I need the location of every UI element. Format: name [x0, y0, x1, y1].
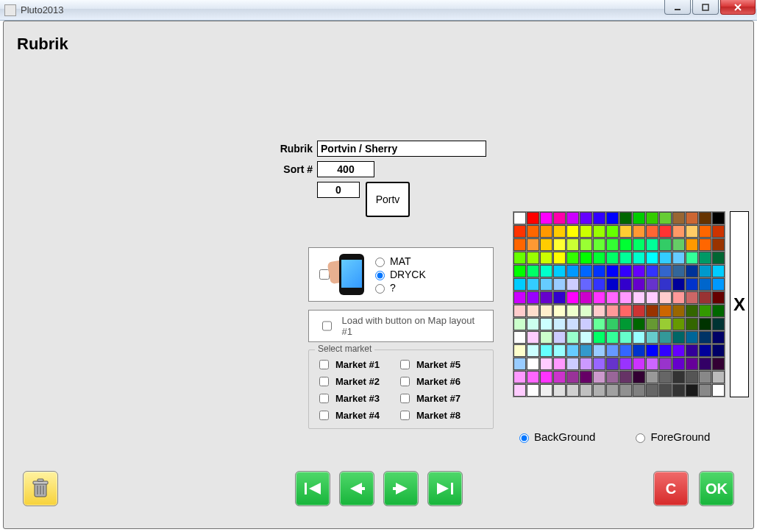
color-swatch[interactable]: [699, 265, 711, 277]
delete-button[interactable]: [23, 471, 58, 506]
color-swatch[interactable]: [580, 278, 592, 291]
color-swatch[interactable]: [619, 265, 632, 277]
color-swatch[interactable]: [646, 252, 658, 264]
market-7[interactable]: Market #7: [397, 391, 461, 405]
color-swatch[interactable]: [580, 318, 592, 330]
color-swatch[interactable]: [540, 212, 552, 224]
color-swatch[interactable]: [513, 305, 526, 317]
color-swatch[interactable]: [540, 331, 552, 344]
color-swatch[interactable]: [686, 291, 698, 304]
color-swatch[interactable]: [593, 238, 605, 251]
color-swatch[interactable]: [553, 212, 566, 224]
color-swatch[interactable]: [527, 212, 539, 224]
color-swatch[interactable]: [646, 278, 658, 291]
color-swatch[interactable]: [606, 238, 619, 251]
category-radio-mat[interactable]: MAT: [372, 255, 426, 267]
color-swatch[interactable]: [527, 331, 539, 344]
color-swatch[interactable]: [619, 384, 632, 397]
color-swatch[interactable]: [566, 318, 579, 330]
color-swatch[interactable]: [580, 238, 592, 251]
color-swatch[interactable]: [659, 305, 672, 317]
color-swatch[interactable]: [659, 344, 672, 357]
color-swatch[interactable]: [672, 278, 685, 291]
color-swatch[interactable]: [513, 331, 526, 344]
color-swatch[interactable]: [580, 252, 592, 264]
color-swatch[interactable]: [686, 305, 698, 317]
color-swatch[interactable]: [672, 331, 685, 344]
maximize-button[interactable]: [692, 0, 719, 15]
color-swatch[interactable]: [606, 371, 619, 383]
color-swatch[interactable]: [540, 344, 552, 357]
color-swatch[interactable]: [580, 331, 592, 344]
color-swatch[interactable]: [513, 344, 526, 357]
minimize-button[interactable]: [664, 0, 691, 15]
color-swatch[interactable]: [606, 384, 619, 397]
color-swatch[interactable]: [659, 291, 672, 304]
color-swatch[interactable]: [646, 265, 658, 277]
color-swatch[interactable]: [633, 344, 645, 357]
color-swatch[interactable]: [646, 305, 658, 317]
color-swatch[interactable]: [672, 265, 685, 277]
color-swatch[interactable]: [513, 212, 526, 224]
rubrik-input[interactable]: [317, 141, 486, 157]
extra-input[interactable]: [317, 182, 360, 198]
color-swatch[interactable]: [540, 225, 552, 238]
market-5[interactable]: Market #5: [397, 358, 461, 372]
color-swatch[interactable]: [606, 318, 619, 330]
color-swatch[interactable]: [540, 318, 552, 330]
color-swatch[interactable]: [659, 358, 672, 370]
color-swatch[interactable]: [606, 252, 619, 264]
color-swatch[interactable]: [646, 331, 658, 344]
color-swatch[interactable]: [513, 238, 526, 251]
color-swatch[interactable]: [712, 212, 725, 224]
category-radio-dryck[interactable]: DRYCK: [372, 269, 426, 280]
color-swatch[interactable]: [540, 291, 552, 304]
color-swatch[interactable]: [686, 252, 698, 264]
color-swatch[interactable]: [540, 384, 552, 397]
color-swatch[interactable]: [527, 291, 539, 304]
color-swatch[interactable]: [527, 278, 539, 291]
color-swatch[interactable]: [513, 225, 526, 238]
color-swatch[interactable]: [619, 371, 632, 383]
color-swatch[interactable]: [580, 305, 592, 317]
color-swatch[interactable]: [659, 265, 672, 277]
color-swatch[interactable]: [553, 238, 566, 251]
color-swatch[interactable]: [593, 305, 605, 317]
color-swatch[interactable]: [699, 225, 711, 238]
color-swatch[interactable]: [619, 358, 632, 370]
color-swatch[interactable]: [659, 212, 672, 224]
ok-button[interactable]: OK: [699, 471, 734, 506]
color-swatch[interactable]: [633, 212, 645, 224]
color-swatch[interactable]: [593, 291, 605, 304]
color-swatch[interactable]: [593, 278, 605, 291]
color-swatch[interactable]: [580, 358, 592, 370]
foreground-radio[interactable]: ForeGround: [632, 430, 710, 443]
color-swatch[interactable]: [580, 225, 592, 238]
color-swatch[interactable]: [553, 278, 566, 291]
color-swatch[interactable]: [633, 252, 645, 264]
color-swatch[interactable]: [566, 212, 579, 224]
color-swatch[interactable]: [553, 358, 566, 370]
next-button[interactable]: [383, 471, 419, 506]
color-swatch[interactable]: [672, 212, 685, 224]
color-swatch[interactable]: [699, 238, 711, 251]
color-swatch[interactable]: [540, 371, 552, 383]
color-swatch[interactable]: [566, 305, 579, 317]
color-swatch[interactable]: [712, 384, 725, 397]
color-swatch[interactable]: [527, 225, 539, 238]
color-swatch[interactable]: [580, 344, 592, 357]
color-swatch[interactable]: [712, 358, 725, 370]
color-swatch[interactable]: [540, 358, 552, 370]
color-swatch[interactable]: [672, 225, 685, 238]
color-swatch[interactable]: [686, 238, 698, 251]
color-swatch[interactable]: [633, 331, 645, 344]
color-swatch[interactable]: [633, 358, 645, 370]
color-swatch[interactable]: [646, 358, 658, 370]
color-swatch[interactable]: [699, 278, 711, 291]
color-swatch[interactable]: [606, 291, 619, 304]
first-button[interactable]: [295, 471, 330, 506]
color-swatch[interactable]: [527, 305, 539, 317]
color-swatch[interactable]: [566, 358, 579, 370]
background-radio[interactable]: BackGround: [516, 430, 595, 443]
color-swatch[interactable]: [593, 344, 605, 357]
